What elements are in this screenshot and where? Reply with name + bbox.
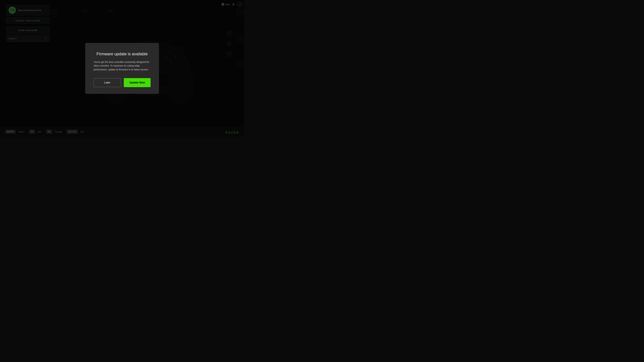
modal-backdrop: Firmware update is available You've got … <box>0 0 244 137</box>
update-now-button[interactable]: Update Now <box>124 78 150 87</box>
modal-title: Firmware update is available <box>94 51 150 56</box>
modal-buttons: Later Update Now <box>94 78 150 87</box>
modal-body: You've got the best controller exclusive… <box>94 60 150 71</box>
later-button[interactable]: Later <box>94 78 121 87</box>
firmware-update-modal: Firmware update is available You've got … <box>85 43 159 94</box>
